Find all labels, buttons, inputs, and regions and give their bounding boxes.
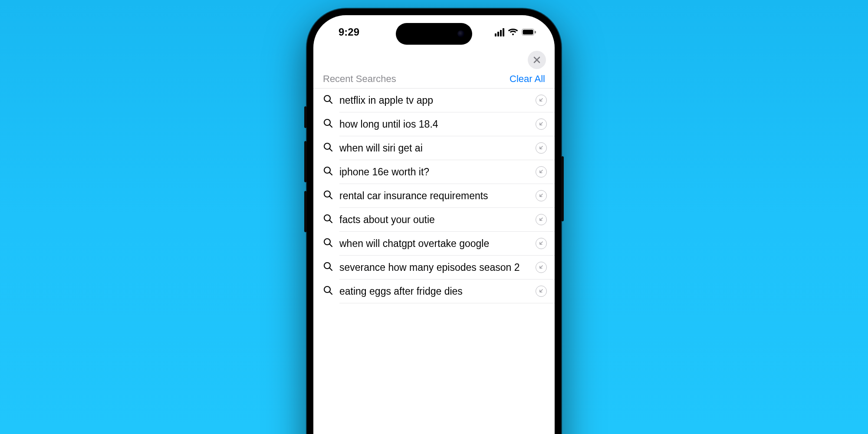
fill-search-button[interactable]: [536, 95, 547, 106]
svg-line-12: [330, 197, 332, 199]
fill-search-button[interactable]: [536, 238, 547, 249]
section-header: Recent Searches Clear All: [313, 72, 555, 89]
arrow-up-left-icon: [539, 216, 544, 224]
status-time: 9:29: [339, 26, 359, 38]
close-icon: [533, 56, 541, 64]
recent-search-row[interactable]: eating eggs after fridge dies: [339, 279, 555, 303]
section-title: Recent Searches: [323, 73, 396, 85]
screen: 9:29 Recent Searches Clear All n: [313, 15, 555, 434]
cellular-signal-icon: [494, 28, 504, 36]
search-icon: [323, 94, 333, 106]
recent-search-text: how long until ios 18.4: [339, 118, 529, 131]
recent-search-text: rental car insurance requirements: [339, 190, 529, 202]
search-icon: [323, 214, 333, 226]
recent-search-row[interactable]: how long until ios 18.4: [339, 112, 555, 136]
fill-search-button[interactable]: [536, 142, 547, 154]
search-icon: [323, 142, 333, 154]
side-button: [304, 106, 307, 128]
recent-search-text: facts about your outie: [339, 214, 529, 226]
arrow-up-left-icon: [539, 240, 544, 247]
status-indicators: [494, 26, 536, 38]
search-icon: [323, 166, 333, 178]
recent-searches-list: netflix in apple tv apphow long until io…: [313, 89, 555, 434]
fill-search-button[interactable]: [536, 118, 547, 130]
recent-search-row[interactable]: rental car insurance requirements: [339, 184, 555, 208]
fill-search-button[interactable]: [536, 286, 547, 297]
recent-search-text: netflix in apple tv app: [339, 94, 529, 107]
arrow-up-left-icon: [539, 96, 544, 104]
arrow-up-left-icon: [539, 168, 544, 176]
recent-search-text: iphone 16e worth it?: [339, 166, 529, 178]
recent-search-text: severance how many episodes season 2: [339, 261, 529, 274]
recent-search-text: when will siri get ai: [339, 142, 529, 155]
arrow-up-left-icon: [539, 144, 544, 152]
volume-down-button: [304, 191, 307, 232]
svg-line-16: [330, 244, 332, 247]
recent-search-row[interactable]: when will chatgpt overtake google: [339, 232, 555, 256]
clear-all-button[interactable]: Clear All: [510, 73, 545, 85]
svg-line-10: [330, 173, 332, 175]
svg-rect-2: [535, 31, 536, 33]
arrow-up-left-icon: [539, 120, 544, 128]
fill-search-button[interactable]: [536, 190, 547, 201]
recent-search-row[interactable]: facts about your outie: [339, 208, 555, 232]
recent-search-row[interactable]: when will siri get ai: [339, 136, 555, 160]
search-icon: [323, 190, 333, 202]
fill-search-button[interactable]: [536, 214, 547, 225]
search-icon: [323, 261, 333, 273]
volume-up-button: [304, 141, 307, 182]
power-button: [561, 156, 564, 221]
phone-frame: 9:29 Recent Searches Clear All n: [307, 9, 561, 434]
svg-line-8: [330, 149, 332, 151]
search-icon: [323, 237, 333, 250]
svg-line-20: [330, 292, 332, 295]
battery-icon: [522, 26, 536, 38]
dynamic-island: [396, 23, 472, 45]
arrow-up-left-icon: [539, 192, 544, 200]
close-button[interactable]: [528, 51, 546, 69]
wifi-icon: [508, 26, 518, 38]
recent-search-row[interactable]: severance how many episodes season 2: [339, 256, 555, 279]
fill-search-button[interactable]: [536, 166, 547, 178]
close-row: [313, 49, 555, 72]
svg-line-6: [330, 125, 332, 128]
search-icon: [323, 118, 333, 130]
recent-search-text: when will chatgpt overtake google: [339, 237, 529, 250]
arrow-up-left-icon: [539, 287, 544, 295]
arrow-up-left-icon: [539, 263, 544, 271]
fill-search-button[interactable]: [536, 262, 547, 273]
recent-search-row[interactable]: netflix in apple tv app: [339, 89, 555, 112]
svg-line-14: [330, 220, 332, 223]
recent-search-row[interactable]: iphone 16e worth it?: [339, 160, 555, 184]
search-icon: [323, 285, 333, 297]
svg-line-4: [330, 101, 332, 104]
recent-search-text: eating eggs after fridge dies: [339, 285, 529, 298]
svg-line-18: [330, 268, 332, 271]
svg-rect-1: [523, 30, 533, 35]
